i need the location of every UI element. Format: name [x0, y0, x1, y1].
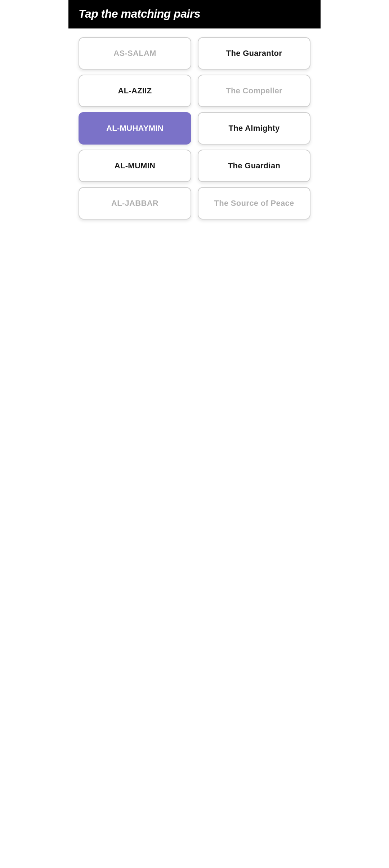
- right-card-label-2: The Almighty: [228, 124, 280, 133]
- row-2: AL-MUHAYMINThe Almighty: [79, 112, 310, 145]
- right-card-label-0: The Guarantor: [226, 49, 282, 58]
- right-card-2[interactable]: The Almighty: [198, 112, 310, 145]
- right-card-4[interactable]: The Source of Peace: [198, 187, 310, 220]
- row-0: AS-SALAMThe Guarantor: [79, 37, 310, 70]
- left-card-label-1: AL-AZIIZ: [118, 86, 152, 96]
- right-card-3[interactable]: The Guardian: [198, 150, 310, 182]
- left-card-1[interactable]: AL-AZIIZ: [79, 75, 191, 107]
- left-card-label-4: AL-JABBAR: [111, 199, 158, 208]
- row-3: AL-MUMINThe Guardian: [79, 150, 310, 182]
- left-card-3[interactable]: AL-MUMIN: [79, 150, 191, 182]
- left-card-4[interactable]: AL-JABBAR: [79, 187, 191, 220]
- left-card-0[interactable]: AS-SALAM: [79, 37, 191, 70]
- row-1: AL-AZIIZThe Compeller: [79, 75, 310, 107]
- right-card-0[interactable]: The Guarantor: [198, 37, 310, 70]
- right-card-1[interactable]: The Compeller: [198, 75, 310, 107]
- page-title: Tap the matching pairs: [79, 7, 200, 20]
- left-card-label-3: AL-MUMIN: [115, 161, 156, 170]
- right-card-label-1: The Compeller: [226, 86, 282, 96]
- left-card-2[interactable]: AL-MUHAYMIN: [79, 112, 191, 145]
- right-card-label-4: The Source of Peace: [214, 199, 294, 208]
- left-card-label-0: AS-SALAM: [113, 49, 156, 58]
- right-card-label-3: The Guardian: [228, 161, 280, 170]
- game-area: AS-SALAMThe GuarantorAL-AZIIZThe Compell…: [68, 28, 321, 228]
- row-4: AL-JABBARThe Source of Peace: [79, 187, 310, 220]
- header: Tap the matching pairs: [68, 0, 321, 28]
- left-card-label-2: AL-MUHAYMIN: [106, 124, 164, 133]
